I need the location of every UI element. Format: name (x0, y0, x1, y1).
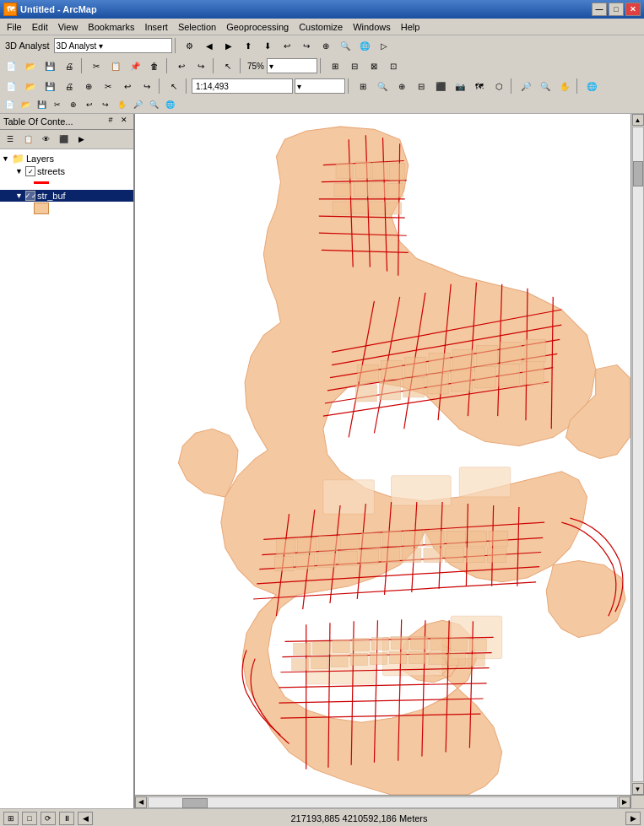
tb-btn-11[interactable]: ▷ (375, 37, 393, 54)
extra-10[interactable]: 🔍 (146, 98, 161, 111)
strbuf-checkbox[interactable]: ✓ (25, 191, 35, 201)
tb-std-3[interactable]: ⊠ (365, 57, 383, 74)
tool-zoom-in[interactable]: 🔎 (517, 78, 535, 94)
tb-std-4[interactable]: ⊡ (384, 57, 403, 74)
tool-globe[interactable]: 🌐 (582, 78, 601, 94)
extra-9[interactable]: 🔎 (130, 98, 145, 111)
delete-btn[interactable]: 🗑 (145, 57, 164, 74)
extra-6[interactable]: ↩ (82, 98, 97, 111)
scroll-thumb-horizontal[interactable] (182, 798, 208, 808)
tb-btn-5[interactable]: ⬇ (258, 37, 277, 54)
tb-btn-6[interactable]: ↩ (278, 37, 296, 54)
menu-help[interactable]: Help (396, 19, 425, 35)
scroll-left-btn[interactable]: ◀ (135, 796, 147, 808)
print-btn[interactable]: 🖨 (60, 57, 78, 74)
tool-x5[interactable]: ⬛ (431, 78, 450, 94)
menu-selection[interactable]: Selection (173, 19, 221, 35)
menu-insert[interactable]: Insert (139, 19, 173, 35)
tool-5[interactable]: ⊕ (79, 78, 98, 94)
toc-dock-btn[interactable]: # (105, 116, 116, 127)
tool-arrow[interactable]: ↖ (165, 78, 183, 94)
tb-btn-9[interactable]: 🔍 (336, 37, 354, 54)
scroll-thumb-vertical[interactable] (633, 161, 643, 186)
tb-btn-7[interactable]: ↪ (297, 37, 316, 54)
extra-7[interactable]: ↪ (98, 98, 113, 111)
minimize-button[interactable]: — (592, 3, 607, 16)
menu-geoprocessing[interactable]: Geoprocessing (221, 19, 294, 35)
tool-4[interactable]: 🖨 (60, 78, 78, 94)
map-horizontal-scrollbar[interactable]: ◀ ▶ (135, 795, 630, 808)
status-scroll-right[interactable]: ▶ (625, 812, 641, 825)
toc-item-streets[interactable]: ▼ streets (0, 165, 133, 177)
toc-close-btn[interactable]: ✕ (118, 116, 130, 127)
extra-5[interactable]: ⊕ (66, 98, 81, 111)
undo-btn[interactable]: ↩ (172, 57, 191, 74)
extra-1[interactable]: 📄 (2, 98, 17, 111)
scale-dropdown[interactable]: ▾ (267, 58, 317, 73)
scroll-down-btn[interactable]: ▼ (632, 783, 644, 795)
tool-8[interactable]: ↪ (138, 78, 156, 94)
menu-bookmarks[interactable]: Bookmarks (83, 19, 139, 35)
paste-btn[interactable]: 📌 (126, 57, 144, 74)
extra-11[interactable]: 🌐 (162, 98, 177, 111)
redo-btn[interactable]: ↪ (192, 57, 210, 74)
tb-btn-1[interactable]: ⚙ (181, 37, 199, 54)
tb-btn-8[interactable]: ⊕ (317, 37, 335, 54)
tool-x1[interactable]: ⊞ (354, 78, 372, 94)
toc-layers-header[interactable]: ▼ 📁 Layers (0, 152, 133, 165)
extra-2[interactable]: 📂 (18, 98, 33, 111)
status-btn-2[interactable]: □ (22, 812, 37, 825)
new-btn[interactable]: 📄 (2, 57, 20, 74)
map-vertical-scrollbar[interactable]: ▲ ▼ (630, 114, 644, 795)
toc-options-btn[interactable]: ▶ (73, 132, 89, 147)
scroll-up-btn[interactable]: ▲ (632, 114, 644, 126)
tool-7[interactable]: ↩ (118, 78, 137, 94)
open-btn[interactable]: 📂 (21, 57, 40, 74)
scroll-right-btn[interactable]: ▶ (619, 796, 630, 808)
tool-x6[interactable]: 📷 (451, 78, 469, 94)
scroll-track-horizontal[interactable] (148, 796, 618, 808)
tool-zoom-out[interactable]: 🔍 (536, 78, 555, 94)
toc-list-btn[interactable]: ☰ (2, 132, 19, 147)
scale-input[interactable] (192, 78, 293, 94)
toc-selection-btn[interactable]: ⬛ (55, 132, 72, 147)
tool-6[interactable]: ✂ (99, 78, 117, 94)
tb-btn-4[interactable]: ⬆ (239, 37, 257, 54)
map-svg[interactable] (135, 114, 630, 795)
menu-windows[interactable]: Windows (348, 19, 396, 35)
menu-edit[interactable]: Edit (27, 19, 53, 35)
toc-visibility-btn[interactable]: 👁 (37, 132, 54, 147)
tool-2[interactable]: 📂 (21, 78, 40, 94)
tb-std-1[interactable]: ⊞ (326, 57, 344, 74)
tool-x3[interactable]: ⊕ (392, 78, 411, 94)
map-area[interactable]: ▲ ▼ ◀ ▶ (135, 114, 644, 808)
cut-btn[interactable]: ✂ (87, 57, 106, 74)
close-button[interactable]: ✕ (625, 3, 641, 16)
copy-btn[interactable]: 📋 (106, 57, 125, 74)
status-btn-1[interactable]: ⊞ (3, 812, 19, 825)
tool-x2[interactable]: 🔍 (373, 78, 392, 94)
menu-file[interactable]: File (2, 19, 27, 35)
maximize-button[interactable]: □ (609, 3, 624, 16)
tool-x8[interactable]: ⬡ (490, 78, 508, 94)
toc-source-btn[interactable]: 📋 (19, 132, 36, 147)
extra-3[interactable]: 💾 (34, 98, 49, 111)
tool-x4[interactable]: ⊟ (412, 78, 430, 94)
extra-8[interactable]: ✋ (114, 98, 129, 111)
scale-dd[interactable]: ▾ (295, 78, 345, 94)
scroll-track-vertical[interactable] (632, 127, 644, 782)
tb-btn-3[interactable]: ▶ (219, 37, 238, 54)
tool-x7[interactable]: 🗺 (470, 78, 489, 94)
tool-3[interactable]: 💾 (41, 78, 59, 94)
3d-analyst-dropdown[interactable]: 3D Analyst ▾ (54, 38, 172, 53)
menu-customize[interactable]: Customize (294, 19, 348, 35)
extra-4[interactable]: ✂ (50, 98, 65, 111)
tb-btn-10[interactable]: 🌐 (355, 37, 374, 54)
status-btn-4[interactable]: ⏸ (59, 812, 74, 825)
save-btn[interactable]: 💾 (41, 57, 59, 74)
status-scroll-left[interactable]: ◀ (78, 812, 93, 825)
toc-item-strbuf[interactable]: ▼ ✓ str_buf (0, 190, 133, 202)
menu-view[interactable]: View (53, 19, 84, 35)
tb-std-2[interactable]: ⊟ (345, 57, 364, 74)
tb-btn-2[interactable]: ◀ (200, 37, 219, 54)
